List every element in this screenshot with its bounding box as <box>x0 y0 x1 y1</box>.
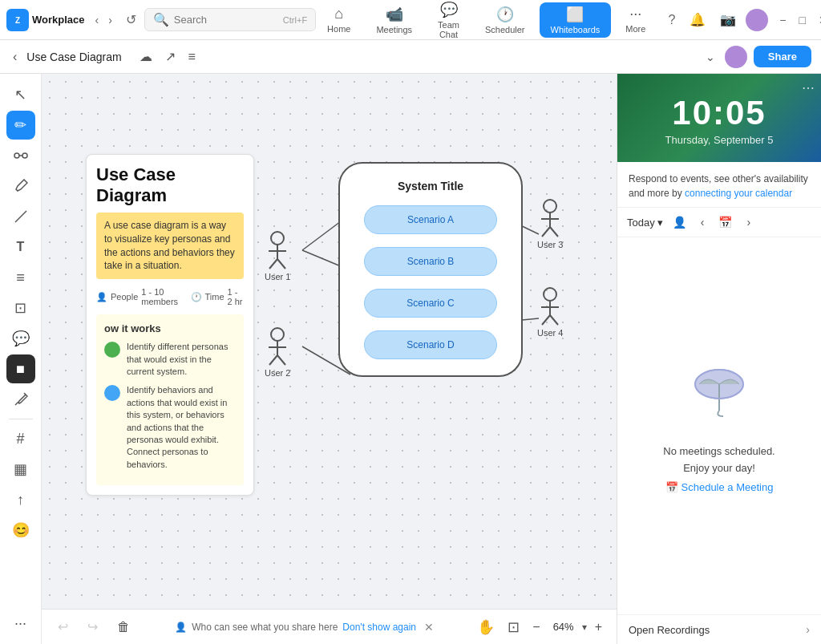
table-tool[interactable]: ▦ <box>6 455 35 484</box>
svg-line-33 <box>550 315 558 325</box>
calendar-connect-link[interactable]: connecting your calendar <box>685 188 792 199</box>
nav-whiteboards[interactable]: ⬜ Whiteboards <box>540 2 612 38</box>
more-tools[interactable]: ··· <box>6 609 35 638</box>
people-view-button[interactable]: 👤 <box>668 214 691 230</box>
calendar-connect: Respond to events, see other's availabil… <box>617 162 821 208</box>
nav-more[interactable]: ··· More <box>614 2 657 37</box>
cal-next-button[interactable]: › <box>742 214 755 230</box>
connect-tool[interactable] <box>6 141 35 170</box>
collapse-button[interactable]: ⌄ <box>702 47 718 67</box>
avatar[interactable] <box>746 9 768 31</box>
user-2-figure: User 2 <box>265 326 290 378</box>
redo-button[interactable]: ↪ <box>81 616 104 638</box>
people-icon: 👤 <box>96 292 107 302</box>
color-tool[interactable]: ■ <box>6 354 35 383</box>
minimize-button[interactable]: − <box>774 12 791 28</box>
upload-tool[interactable]: ↑ <box>6 485 35 514</box>
svg-point-14 <box>271 232 284 245</box>
user-3-figure: User 3 <box>537 198 563 249</box>
history-button[interactable]: ↺ <box>121 9 141 30</box>
fit-button[interactable]: ⊡ <box>503 615 524 639</box>
nav-whiteboards-label: Whiteboards <box>551 25 601 34</box>
scheduler-icon: 🕐 <box>496 6 514 23</box>
text-tool[interactable]: T <box>6 233 35 261</box>
emoji-tool[interactable]: 😊 <box>6 516 35 545</box>
svg-point-19 <box>271 328 284 341</box>
help-button[interactable]: ? <box>663 10 680 30</box>
pen-tool[interactable]: ✏ <box>6 111 35 140</box>
svg-line-23 <box>277 355 285 365</box>
nav-back-button[interactable]: ‹ <box>91 12 103 28</box>
svg-line-5 <box>15 211 26 222</box>
cal-calendar-button[interactable]: 📅 <box>714 214 737 230</box>
open-recordings[interactable]: Open Recordings › <box>617 614 821 644</box>
share-button[interactable]: Share <box>754 46 811 67</box>
nav-arrows: ‹ › <box>91 12 116 28</box>
step-1-text: Identify different personas that would e… <box>127 341 236 378</box>
search-icon: 🔍 <box>153 12 169 27</box>
comment-tool[interactable]: 💬 <box>6 324 35 353</box>
camera-button[interactable]: 📷 <box>715 9 741 30</box>
nav-team-chat[interactable]: 💬 Team Chat <box>427 0 471 43</box>
svg-line-27 <box>542 227 550 237</box>
zoom-out-button[interactable]: − <box>528 617 544 638</box>
search-input[interactable] <box>174 14 278 26</box>
nav-more-label: More <box>625 24 645 34</box>
open-recordings-text: Open Recordings <box>629 624 710 636</box>
today-label: Today <box>627 217 655 229</box>
nav-scheduler[interactable]: 🕐 Scheduler <box>474 2 536 38</box>
nav-meetings[interactable]: 📹 Meetings <box>365 2 423 38</box>
share-link-button[interactable]: ↗ <box>160 46 180 67</box>
close-button[interactable]: ✕ <box>814 12 821 28</box>
line-tool[interactable] <box>6 202 35 231</box>
dont-show-link[interactable]: Don't show again <box>342 622 416 633</box>
svg-point-4 <box>22 153 27 158</box>
nav-home[interactable]: ⌂ Home <box>316 2 362 37</box>
privacy-close-button[interactable]: ✕ <box>424 621 434 634</box>
window-controls: − □ ✕ <box>774 12 821 28</box>
team-chat-icon: 💬 <box>440 1 458 18</box>
nav-forward-button[interactable]: › <box>104 12 116 28</box>
svg-line-18 <box>277 259 285 269</box>
meetings-icon: 📹 <box>386 6 403 23</box>
umbrella-illustration <box>687 358 751 434</box>
canvas-area[interactable]: Use Case Diagram A use case diagram is a… <box>42 74 617 644</box>
back-button[interactable]: ‹ <box>10 47 20 67</box>
whiteboard-title: Use Case Diagram <box>26 51 121 63</box>
bottom-bar: ↩ ↪ 🗑 👤 Who can see what you share here … <box>42 609 617 644</box>
format-tool[interactable]: ≡ <box>6 263 35 292</box>
menu-button[interactable]: ≡ <box>184 46 200 67</box>
diagram-card-title: Use Case Diagram <box>96 164 244 206</box>
clock-menu-button[interactable]: ⋯ <box>802 80 815 95</box>
clock-date: Thursday, September 5 <box>665 134 774 146</box>
delete-button[interactable]: 🗑 <box>111 617 136 638</box>
cursor-tool[interactable]: ↖ <box>6 80 35 109</box>
maximize-button[interactable]: □ <box>794 12 810 28</box>
no-meetings-title: No meetings scheduled. Enjoy your day! <box>663 444 774 477</box>
hand-tool-button[interactable]: ✋ <box>472 615 499 639</box>
zoom-in-button[interactable]: + <box>590 617 607 638</box>
today-chevron-icon: ▾ <box>657 217 663 229</box>
user-1-label: User 1 <box>265 272 290 281</box>
grid-tool[interactable]: # <box>6 424 35 453</box>
today-button[interactable]: Today ▾ <box>627 217 663 229</box>
frame-tool[interactable]: ⊡ <box>6 294 35 322</box>
svg-line-32 <box>542 315 550 325</box>
zoom-dropdown-button[interactable]: ▾ <box>582 622 587 633</box>
schedule-meeting-link[interactable]: 📅 Schedule a Meeting <box>665 481 774 493</box>
search-box: 🔍 Ctrl+F <box>144 8 316 31</box>
privacy-text: Who can see what you share here <box>192 622 338 633</box>
undo-button[interactable]: ↩ <box>51 616 75 638</box>
people-meta: 👤 People 1 - 10 members <box>96 287 184 306</box>
step-1-icon <box>104 342 120 358</box>
scenario-d: Scenario D <box>364 330 497 359</box>
privacy-notice: 👤 Who can see what you share here Don't … <box>143 621 466 634</box>
user-4-label: User 4 <box>537 328 563 338</box>
eyedropper-tool[interactable] <box>6 385 35 414</box>
pencil-tool[interactable] <box>6 172 35 200</box>
cal-prev-button[interactable]: ‹ <box>696 214 710 230</box>
toolbar-right: ⌄ Share <box>702 46 811 68</box>
notifications-button[interactable]: 🔔 <box>685 9 710 30</box>
cloud-save-button[interactable]: ☁ <box>135 46 157 67</box>
step-2-icon <box>104 385 120 401</box>
